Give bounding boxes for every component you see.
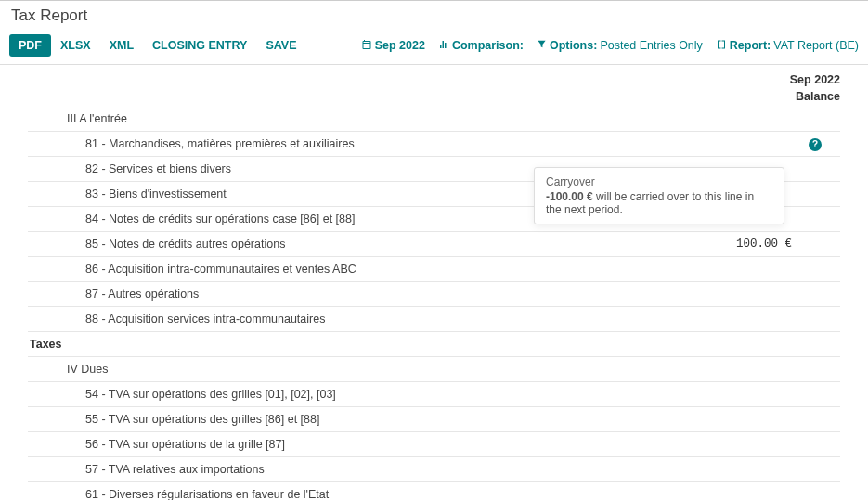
report-label: Report: [730,39,771,52]
column-balance: Balance [790,89,840,106]
row-value [692,132,794,157]
xlsx-button[interactable]: XLSX [51,34,100,57]
options-selector[interactable]: Options:Posted Entries Only [537,39,703,52]
row-info [794,182,840,207]
tooltip-amount: -100.00 € [546,190,593,203]
table-row[interactable]: 81 - Marchandises, matières premières et… [28,132,840,157]
row-label: III A l'entrée [28,107,692,132]
row-info [794,157,840,182]
row-label: 86 - Acquisition intra-communautaires et… [28,257,692,282]
row-value [692,407,794,432]
row-value [692,107,794,132]
row-info [794,257,840,282]
row-label: 87 - Autres opérations [28,282,692,307]
table-row[interactable]: 61 - Diverses régularisations en faveur … [28,482,840,501]
calendar-icon [361,39,372,53]
row-label: 88 - Acquisition services intra-communau… [28,307,692,332]
row-label: 55 - TVA sur opérations des grilles [86]… [28,407,692,432]
table-row[interactable]: 57 - TVA relatives aux importations [28,457,840,482]
row-value [692,257,794,282]
row-info [794,282,840,307]
row-info [794,207,840,232]
table-row[interactable]: 87 - Autres opérations [28,282,840,307]
options-label: Options: [550,39,597,52]
row-value [692,332,794,357]
table-row[interactable]: 88 - Acquisition services intra-communau… [28,307,840,332]
row-value [692,482,794,501]
column-header: Sep 2022 Balance [790,72,840,105]
row-label: Taxes [28,332,692,357]
row-value [692,307,794,332]
help-icon[interactable]: ? [809,138,822,151]
options-value: Posted Entries Only [600,39,702,52]
row-info [794,232,840,257]
row-label: 57 - TVA relatives aux importations [28,457,692,482]
bar-chart-icon [438,39,449,53]
carryover-tooltip: Carryover -100.00 € will be carried over… [534,167,784,224]
row-label: 56 - TVA sur opérations de la grille [87… [28,432,692,457]
report-value: VAT Report (BE) [773,39,859,52]
table-row[interactable]: 56 - TVA sur opérations de la grille [87… [28,432,840,457]
comparison-label: Comparison: [452,39,524,52]
table-row[interactable]: 85 - Notes de crédits autres opérations1… [28,232,840,257]
row-label: IV Dues [28,357,692,382]
toolbar: PDF XLSX XML CLOSING ENTRY SAVE Sep 2022… [0,31,868,65]
row-info [794,357,840,382]
table-row[interactable]: 55 - TVA sur opérations des grilles [86]… [28,407,840,432]
row-info [794,432,840,457]
row-value [692,432,794,457]
table-row[interactable]: 86 - Acquisition intra-communautaires et… [28,257,840,282]
tooltip-body: -100.00 € will be carried over to this l… [546,190,772,216]
table-row[interactable]: 54 - TVA sur opérations des grilles [01]… [28,382,840,407]
xml-button[interactable]: XML [100,34,143,57]
tooltip-title: Carryover [546,175,772,188]
row-info [794,332,840,357]
column-header-row: Sep 2022 Balance [28,65,840,107]
save-button[interactable]: SAVE [256,34,305,57]
row-info [794,107,840,132]
closing-entry-button[interactable]: CLOSING ENTRY [143,34,256,57]
comparison-selector[interactable]: Comparison: [438,39,524,53]
pdf-button[interactable]: PDF [9,34,51,57]
row-value [692,282,794,307]
row-label: 61 - Diverses régularisations en faveur … [28,482,692,501]
row-label: 85 - Notes de crédits autres opérations [28,232,692,257]
row-info [794,407,840,432]
row-info [794,382,840,407]
period-selector[interactable]: Sep 2022 [361,39,425,53]
table-row[interactable]: III A l'entrée [28,107,840,132]
row-info: ? [794,132,840,157]
row-value [692,357,794,382]
row-info [794,482,840,501]
table-row[interactable]: Taxes [28,332,840,357]
filter-icon [537,39,547,52]
row-label: 81 - Marchandises, matières premières et… [28,132,692,157]
row-value [692,457,794,482]
report-selector[interactable]: Report: VAT Report (BE) [716,39,859,53]
period-value: Sep 2022 [375,39,425,52]
row-label: 54 - TVA sur opérations des grilles [01]… [28,382,692,407]
book-icon [716,39,727,53]
table-row[interactable]: IV Dues [28,357,840,382]
row-value: 100.00 € [692,232,794,257]
report-table: III A l'entrée81 - Marchandises, matière… [28,107,840,500]
column-period: Sep 2022 [790,72,840,89]
report-content: Sep 2022 Balance III A l'entrée81 - Marc… [0,65,868,500]
row-info [794,307,840,332]
row-value [692,382,794,407]
page-title: Tax Report [0,1,868,31]
row-info [794,457,840,482]
